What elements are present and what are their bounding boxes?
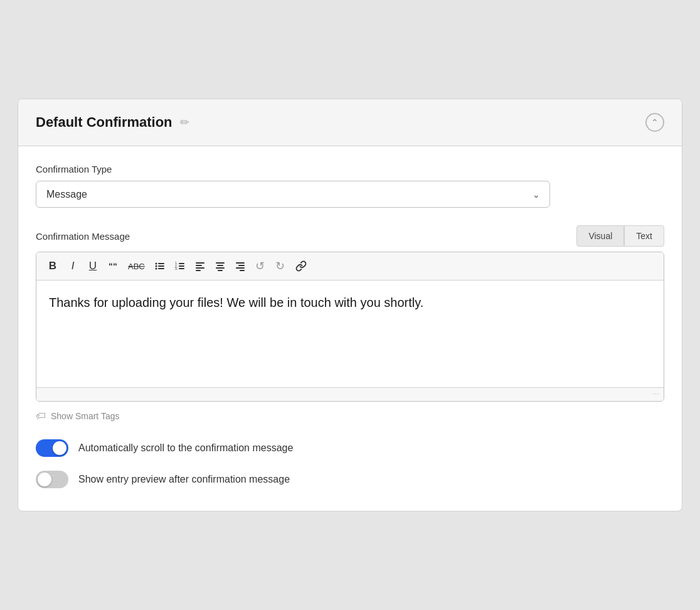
chevron-up-icon: ⌃ xyxy=(651,117,659,127)
svg-rect-23 xyxy=(240,270,245,271)
undo-button[interactable]: ↺ xyxy=(252,257,269,275)
auto-scroll-thumb xyxy=(53,441,66,455)
svg-rect-1 xyxy=(158,263,164,264)
entry-preview-thumb xyxy=(38,473,51,486)
tab-visual[interactable]: Visual xyxy=(576,225,624,247)
svg-rect-9 xyxy=(179,265,184,267)
tag-icon: 🏷 xyxy=(36,410,46,422)
link-button[interactable] xyxy=(292,257,310,275)
svg-rect-21 xyxy=(238,265,245,266)
bullet-list-button[interactable] xyxy=(151,257,169,275)
svg-text:3.: 3. xyxy=(175,267,178,270)
entry-preview-toggle-row: Show entry preview after confirmation me… xyxy=(36,471,664,488)
editor-resize-bar: ⋯ xyxy=(36,387,664,401)
svg-rect-14 xyxy=(196,267,204,269)
ordered-list-button[interactable]: 1.2.3. xyxy=(171,257,189,275)
align-center-button[interactable] xyxy=(211,257,229,275)
rich-text-editor: B I U ““ ABC 1.2.3. xyxy=(36,252,664,402)
svg-rect-19 xyxy=(218,270,223,271)
align-right-button[interactable] xyxy=(231,257,249,275)
svg-point-0 xyxy=(155,263,157,265)
svg-rect-3 xyxy=(158,265,164,267)
bold-button[interactable]: B xyxy=(44,257,61,275)
svg-rect-22 xyxy=(236,267,245,269)
strikethrough-button[interactable]: ABC xyxy=(124,257,149,275)
svg-rect-20 xyxy=(236,262,245,264)
edit-icon[interactable]: ✏ xyxy=(180,115,189,129)
svg-rect-11 xyxy=(179,268,184,269)
svg-rect-16 xyxy=(216,262,225,264)
blockquote-button[interactable]: ““ xyxy=(104,257,122,275)
auto-scroll-toggle[interactable] xyxy=(36,439,68,457)
entry-preview-toggle[interactable] xyxy=(36,471,68,488)
italic-button[interactable]: I xyxy=(64,257,82,275)
confirmation-type-label: Confirmation Type xyxy=(36,164,664,174)
auto-scroll-label: Automatically scroll to the confirmation… xyxy=(78,442,293,454)
panel-header: Default Confirmation ✏ ⌃ xyxy=(18,99,682,146)
confirmation-type-select[interactable]: Message Page Redirect URL xyxy=(36,181,550,208)
svg-rect-17 xyxy=(217,265,223,266)
smart-tags-row[interactable]: 🏷 Show Smart Tags xyxy=(36,410,664,422)
default-confirmation-panel: Default Confirmation ✏ ⌃ Confirmation Ty… xyxy=(18,99,682,511)
auto-scroll-track[interactable] xyxy=(36,439,68,457)
svg-rect-7 xyxy=(179,263,184,264)
svg-rect-12 xyxy=(196,262,204,264)
tab-text[interactable]: Text xyxy=(624,225,664,247)
resize-handle[interactable]: ⋯ xyxy=(652,390,660,399)
smart-tags-label: Show Smart Tags xyxy=(51,411,119,421)
entry-preview-label: Show entry preview after confirmation me… xyxy=(78,474,290,485)
auto-scroll-toggle-row: Automatically scroll to the confirmation… xyxy=(36,439,664,457)
redo-button[interactable]: ↻ xyxy=(272,257,289,275)
svg-rect-5 xyxy=(158,268,164,269)
confirmation-type-select-wrapper: Message Page Redirect URL ⌄ xyxy=(36,181,550,208)
message-section-header: Confirmation Message Visual Text xyxy=(36,225,664,247)
panel-title: Default Confirmation xyxy=(36,114,172,131)
panel-body: Confirmation Type Message Page Redirect … xyxy=(18,146,682,511)
editor-toolbar: B I U ““ ABC 1.2.3. xyxy=(36,252,664,281)
collapse-button[interactable]: ⌃ xyxy=(645,113,664,132)
svg-rect-15 xyxy=(196,270,201,271)
svg-point-4 xyxy=(155,268,157,270)
underline-button[interactable]: U xyxy=(84,257,102,275)
header-left: Default Confirmation ✏ xyxy=(36,114,189,131)
svg-point-2 xyxy=(155,265,157,267)
confirmation-message-label: Confirmation Message xyxy=(36,231,130,242)
editor-content[interactable]: Thanks for uploading your files! We will… xyxy=(36,281,664,387)
entry-preview-track[interactable] xyxy=(36,471,68,488)
svg-rect-18 xyxy=(216,267,225,269)
visual-text-tabs: Visual Text xyxy=(576,225,664,247)
svg-rect-13 xyxy=(196,265,202,266)
align-left-button[interactable] xyxy=(191,257,209,275)
